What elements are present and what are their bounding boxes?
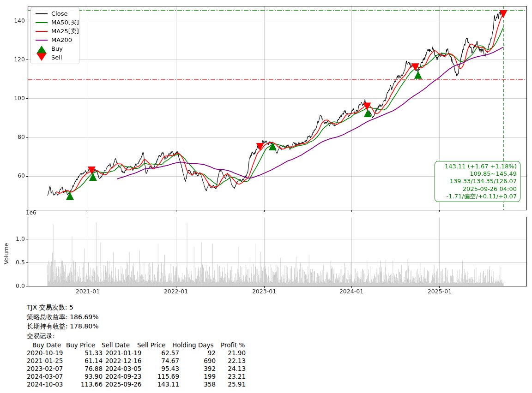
xtick-2022-01: 2022-01	[160, 288, 192, 295]
legend-label: MA200	[51, 36, 72, 43]
legend-label: Buy	[51, 45, 63, 52]
ma25-line-swatch	[35, 31, 48, 32]
summary-block: TJX 交易次数: 5 策略总收益率: 186.69% 长期持有收益: 178.…	[27, 304, 304, 388]
close-line-swatch	[35, 13, 48, 14]
xtick-2023-01: 2023-01	[248, 288, 280, 295]
xtick-2025-01: 2025-01	[423, 288, 456, 295]
sell-triangle-icon	[35, 53, 48, 62]
trade-row: 2020-10-19 51.33 2021-01-19 62.57 92 21.…	[27, 349, 304, 357]
trade-row: 2024-03-07 93.90 2024-09-23 115.69 199 2…	[27, 373, 304, 381]
legend-item-ma50: MA50[买]	[35, 18, 75, 27]
col-buy-price: Buy Price	[66, 341, 95, 349]
info-price-change: 143.11 (+1.67 +1.18%)	[438, 163, 517, 170]
strategy-return-line: 策略总收益率: 186.69%	[27, 313, 304, 323]
info-bias: -1.71/偏空/+0.11/+0.07	[438, 193, 517, 200]
trade-table-header: Buy Date Buy Price Sell Date Sell Price …	[27, 341, 304, 349]
trade-row: 2021-01-25 61.14 2022-12-16 74.67 690 22…	[27, 357, 304, 365]
figure: Close MA50[买] MA25[卖] MA200 Buy Sell 140…	[0, 0, 532, 393]
legend-item-ma25: MA25[卖]	[35, 27, 75, 36]
volume-scale-label: 1e6	[26, 209, 36, 216]
volume-ytick-1.0: 1.0	[8, 235, 25, 242]
ma50-line-swatch	[35, 22, 48, 23]
trade-row: 2024-10-03 113.66 2025-09-26 143.11 358 …	[27, 381, 304, 388]
legend-item-ma200: MA200	[35, 36, 75, 44]
legend: Close MA50[买] MA25[卖] MA200 Buy Sell	[30, 7, 79, 64]
legend-label: Sell	[51, 54, 62, 61]
col-holding-days: Holding Days	[172, 341, 214, 349]
price-ytick-120: 120	[8, 56, 25, 63]
hold-return-line: 长期持有收益: 178.80%	[27, 322, 304, 332]
trade-count-line: TJX 交易次数: 5	[27, 304, 304, 313]
xtick-2024-01: 2024-01	[335, 288, 368, 295]
legend-item-close: Close	[35, 9, 75, 18]
price-ytick-80: 80	[8, 133, 25, 140]
volume-ytick-0.5: 0.5	[8, 259, 25, 266]
trade-row: 2023-02-07 76.88 2024-03-05 95.43 392 24…	[27, 365, 304, 373]
xtick-2021-01: 2021-01	[72, 288, 104, 295]
legend-item-buy: Buy	[35, 44, 75, 53]
col-buy-date: Buy Date	[32, 341, 61, 349]
price-ytick-140: 140	[8, 17, 25, 24]
ma200-line-swatch	[35, 40, 48, 41]
info-range: 109.85~145.49	[438, 170, 517, 178]
info-ma-values: 139.33/134.35/126.07	[438, 178, 517, 185]
buy-triangle-icon	[35, 44, 48, 54]
legend-label: MA50[买]	[51, 18, 79, 27]
legend-label: MA25[卖]	[51, 27, 79, 36]
col-sell-date: Sell Date	[102, 341, 130, 349]
legend-item-sell: Sell	[35, 53, 75, 62]
price-ytick-60: 60	[8, 172, 25, 179]
price-ytick-100: 100	[8, 95, 25, 101]
trade-record-title: 交易记录:	[27, 332, 304, 342]
volume-ytick-0.0: 0.0	[8, 282, 25, 289]
price-volume-chart	[0, 0, 532, 302]
volume-axis-label: Volume	[3, 243, 10, 265]
col-sell-price: Sell Price	[137, 341, 166, 349]
info-datetime: 2025-09-26 04:00	[438, 185, 517, 193]
legend-label: Close	[51, 10, 67, 17]
col-profit: Profit %	[221, 341, 245, 349]
trade-table: Buy Date Buy Price Sell Date Sell Price …	[27, 341, 304, 388]
quote-info-box: 143.11 (+1.67 +1.18%) 109.85~145.49 139.…	[435, 161, 520, 202]
